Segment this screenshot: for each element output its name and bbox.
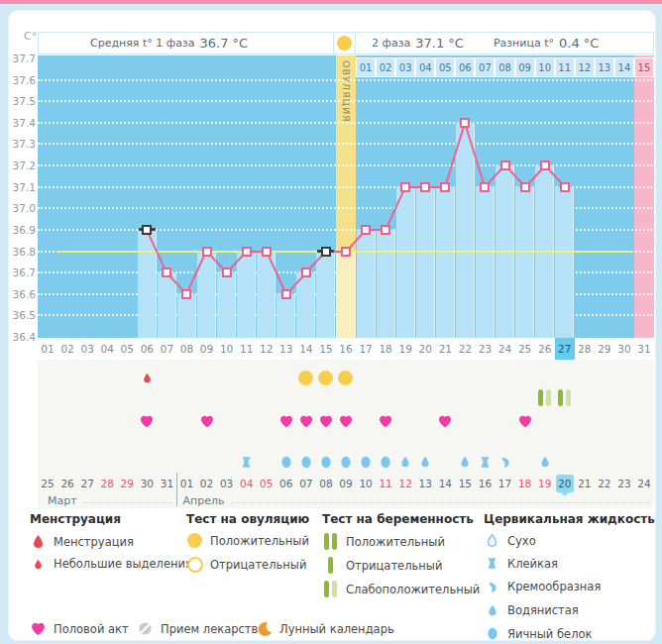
temperature-point[interactable] <box>181 289 191 299</box>
calendar-date-cell[interactable]: 12 <box>396 475 414 492</box>
calendar-date-cell[interactable]: 05 <box>258 475 276 492</box>
cycle-day-cell[interactable]: 14 <box>296 338 316 360</box>
luteal-day-cell[interactable]: 11 <box>555 57 575 77</box>
cervical-eggwhite-icon[interactable] <box>276 452 296 472</box>
temperature-point[interactable] <box>281 289 291 299</box>
cycle-day-cell[interactable]: 30 <box>614 338 634 360</box>
calendar-date-cell[interactable]: 21 <box>576 475 594 492</box>
cycle-day-cell[interactable]: 15 <box>316 338 336 360</box>
calendar-date-cell[interactable]: 03 <box>218 475 236 492</box>
cervical-sticky-icon[interactable] <box>237 452 257 472</box>
luteal-day-cell[interactable]: 09 <box>515 57 535 77</box>
cervical-watery-icon[interactable] <box>455 452 475 472</box>
ovulation-test-positive-icon[interactable] <box>296 368 316 387</box>
calendar-date-cell[interactable]: 23 <box>615 475 633 492</box>
temperature-point[interactable] <box>262 247 272 257</box>
luteal-day-cell[interactable]: 01 <box>356 57 376 77</box>
calendar-date-cell[interactable]: 31 <box>158 475 175 492</box>
temperature-point[interactable] <box>560 182 570 192</box>
calendar-date-cell[interactable]: 29 <box>118 475 136 492</box>
cycle-day-cell[interactable]: 08 <box>176 338 196 360</box>
cycle-day-cell[interactable]: 21 <box>435 338 455 360</box>
calendar-date-cell[interactable]: 14 <box>436 475 454 492</box>
cycle-day-cell[interactable]: 11 <box>237 338 257 360</box>
calendar-date-cell[interactable]: 16 <box>476 475 494 492</box>
cycle-day-cell[interactable]: 31 <box>634 338 654 360</box>
cervical-eggwhite-icon[interactable] <box>296 452 316 472</box>
calendar-date-cell[interactable]: 04 <box>238 475 256 492</box>
calendar-date-cell[interactable]: 01 <box>177 475 195 492</box>
calendar-date-cell[interactable]: 07 <box>297 475 315 492</box>
cervical-watery-icon[interactable] <box>415 452 435 472</box>
temperature-point[interactable] <box>440 182 450 192</box>
temperature-point-flagged[interactable] <box>142 225 152 235</box>
cycle-day-cell[interactable]: 06 <box>137 338 157 360</box>
luteal-day-cell[interactable]: 10 <box>535 57 555 77</box>
ovulation-test-positive-icon[interactable] <box>336 368 356 387</box>
luteal-day-cell[interactable]: 06 <box>455 57 475 77</box>
calendar-date-cell[interactable]: 17 <box>496 475 513 492</box>
luteal-day-cell[interactable]: 07 <box>475 57 495 77</box>
cycle-day-cell[interactable]: 25 <box>515 338 535 360</box>
temperature-point[interactable] <box>301 268 311 277</box>
cycle-day-cell[interactable]: 17 <box>356 338 376 360</box>
intercourse-heart-icon[interactable] <box>296 411 316 431</box>
temperature-point[interactable] <box>400 182 410 192</box>
luteal-day-cell[interactable]: 12 <box>575 57 595 77</box>
calendar-date-cell[interactable]: 25 <box>39 475 56 492</box>
calendar-date-cell[interactable]: 15 <box>456 475 474 492</box>
calendar-date-cell[interactable]: 19 <box>536 475 554 492</box>
cycle-day-cell[interactable]: 12 <box>257 338 276 360</box>
temperature-point[interactable] <box>361 225 371 235</box>
calendar-date-cell[interactable]: 02 <box>198 475 216 492</box>
cycle-day-cell[interactable]: 09 <box>197 338 217 360</box>
calendar-date-cell[interactable]: 11 <box>377 475 394 492</box>
intercourse-heart-icon[interactable] <box>336 411 356 431</box>
temperature-point-flagged[interactable] <box>321 247 331 257</box>
calendar-date-cell[interactable]: 18 <box>516 475 534 492</box>
temperature-point[interactable] <box>341 247 351 257</box>
temperature-point[interactable] <box>242 247 252 257</box>
calendar-date-cell[interactable]: 27 <box>78 475 96 492</box>
cervical-sticky-icon[interactable] <box>475 452 495 472</box>
calendar-date-cell[interactable]: 24 <box>635 475 653 492</box>
intercourse-heart-icon[interactable] <box>137 411 157 431</box>
cycle-day-cell[interactable]: 23 <box>475 338 495 360</box>
temperature-point[interactable] <box>420 182 430 192</box>
spotting-drop-icon[interactable] <box>137 368 157 387</box>
ovulation-test-positive-icon[interactable] <box>316 368 336 387</box>
cycle-day-cell[interactable]: 18 <box>376 338 395 360</box>
cycle-day-cell[interactable]: 22 <box>455 338 475 360</box>
cycle-day-cell[interactable]: 20 <box>415 338 435 360</box>
temperature-point[interactable] <box>162 268 171 277</box>
calendar-date-cell[interactable]: 08 <box>317 475 335 492</box>
cycle-day-cell[interactable]: 01 <box>38 338 57 360</box>
luteal-day-cell[interactable]: 13 <box>595 57 614 77</box>
calendar-date-cell-today[interactable]: 20 <box>556 475 574 492</box>
luteal-day-cell[interactable]: 04 <box>415 57 435 77</box>
cervical-watery-icon[interactable] <box>535 452 555 472</box>
calendar-date-cell[interactable]: 06 <box>277 475 295 492</box>
cycle-day-cell[interactable]: 03 <box>77 338 97 360</box>
cervical-eggwhite-icon[interactable] <box>356 452 376 472</box>
cycle-day-cell[interactable]: 05 <box>117 338 137 360</box>
intercourse-heart-icon[interactable] <box>197 411 217 431</box>
pregnancy-test-weak-positive-icon[interactable] <box>535 387 555 407</box>
cycle-day-cell[interactable]: 07 <box>157 338 176 360</box>
cycle-day-cell[interactable]: 10 <box>217 338 237 360</box>
temperature-point[interactable] <box>222 268 232 277</box>
temperature-point[interactable] <box>520 182 530 192</box>
cycle-day-cell[interactable]: 04 <box>97 338 117 360</box>
luteal-day-cell[interactable]: 05 <box>435 57 455 77</box>
calendar-date-cell[interactable]: 26 <box>58 475 76 492</box>
calendar-date-cell[interactable]: 09 <box>337 475 355 492</box>
intercourse-heart-icon[interactable] <box>435 411 455 431</box>
luteal-day-cell[interactable]: 03 <box>395 57 415 77</box>
calendar-date-cell[interactable]: 22 <box>596 475 613 492</box>
luteal-day-cell-expected-period[interactable]: 15 <box>634 57 654 77</box>
calendar-date-cell[interactable]: 13 <box>416 475 434 492</box>
temperature-point[interactable] <box>460 118 470 128</box>
cycle-day-cell-current[interactable]: 27 <box>555 338 575 360</box>
luteal-day-cell[interactable]: 02 <box>376 57 395 77</box>
temperature-point[interactable] <box>480 182 490 192</box>
